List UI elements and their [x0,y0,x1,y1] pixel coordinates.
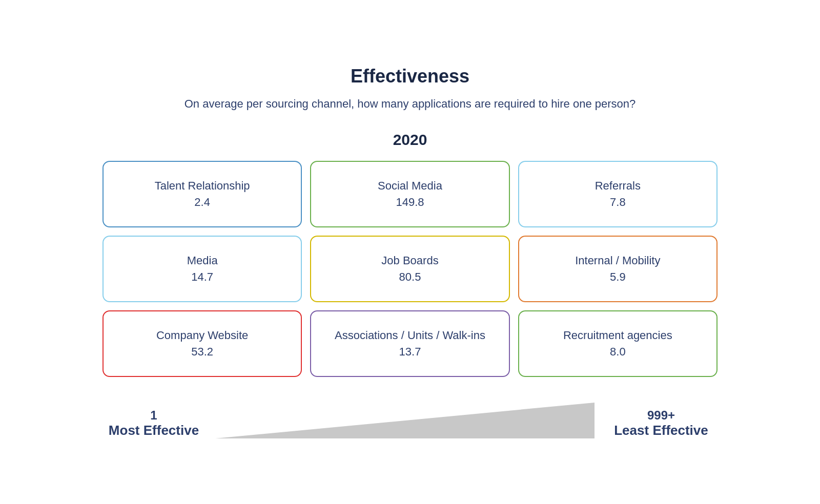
card-talent-relationship: Talent Relationship2.4 [102,161,302,227]
triangle-container [215,397,594,438]
card-value-job-boards: 80.5 [399,270,421,284]
page-title: Effectiveness [351,66,469,87]
card-referrals: Referrals7.8 [518,161,717,227]
effectiveness-triangle [215,397,594,438]
card-social-media: Social Media149.8 [310,161,509,227]
legend-container: 1 Most Effective 999+ Least Effective [102,397,717,438]
card-value-referrals: 7.8 [610,196,626,209]
card-label-associations: Associations / Units / Walk-ins [335,329,485,342]
card-label-job-boards: Job Boards [381,254,438,267]
svg-marker-0 [215,403,594,438]
legend-left-number: 1 [150,408,157,423]
legend-right-label: Least Effective [614,423,708,438]
year-label: 2020 [393,131,427,149]
cards-grid: Talent Relationship2.4Social Media149.8R… [102,161,717,377]
card-label-social-media: Social Media [378,179,442,193]
card-value-company-website: 53.2 [191,345,213,359]
card-job-boards: Job Boards80.5 [310,236,509,302]
card-value-media: 14.7 [191,270,213,284]
card-value-internal-mobility: 5.9 [610,270,626,284]
card-label-media: Media [187,254,218,267]
card-label-internal-mobility: Internal / Mobility [575,254,660,267]
legend-right-number: 999+ [647,408,675,423]
card-company-website: Company Website53.2 [102,310,302,377]
card-label-talent-relationship: Talent Relationship [155,179,250,193]
legend-left-label: Most Effective [109,423,199,438]
card-value-social-media: 149.8 [396,196,424,209]
legend-left: 1 Most Effective [102,408,205,438]
legend-right: 999+ Least Effective [605,408,717,438]
card-recruitment-agencies: Recruitment agencies8.0 [518,310,717,377]
card-associations: Associations / Units / Walk-ins13.7 [310,310,509,377]
card-value-talent-relationship: 2.4 [194,196,210,209]
card-internal-mobility: Internal / Mobility5.9 [518,236,717,302]
card-label-company-website: Company Website [156,329,248,342]
card-value-recruitment-agencies: 8.0 [610,345,626,359]
card-label-referrals: Referrals [595,179,641,193]
card-media: Media14.7 [102,236,302,302]
card-value-associations: 13.7 [399,345,421,359]
subtitle: On average per sourcing channel, how man… [184,97,636,111]
card-label-recruitment-agencies: Recruitment agencies [563,329,672,342]
